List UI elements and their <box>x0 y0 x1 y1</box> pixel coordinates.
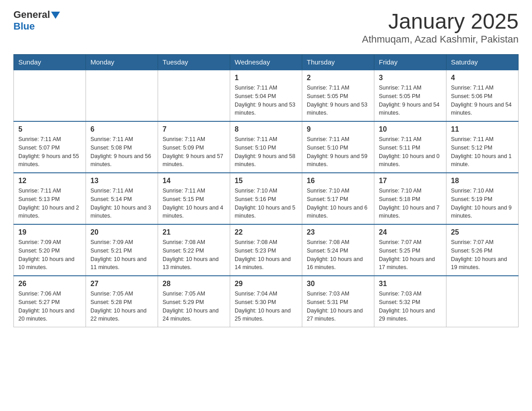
table-row <box>158 70 230 121</box>
day-info: Sunrise: 7:09 AMSunset: 5:21 PMDaylight:… <box>90 238 153 272</box>
col-friday: Friday <box>374 55 446 70</box>
location-title: Athmuqam, Azad Kashmir, Pakistan <box>362 34 519 45</box>
table-row: 13Sunrise: 7:11 AMSunset: 5:14 PMDayligh… <box>86 173 158 224</box>
day-number: 16 <box>307 177 369 185</box>
table-row: 27Sunrise: 7:05 AMSunset: 5:28 PMDayligh… <box>86 276 158 327</box>
day-info: Sunrise: 7:10 AMSunset: 5:18 PMDaylight:… <box>379 187 442 220</box>
table-row: 17Sunrise: 7:10 AMSunset: 5:18 PMDayligh… <box>374 173 446 224</box>
table-row: 9Sunrise: 7:11 AMSunset: 5:10 PMDaylight… <box>302 121 374 173</box>
logo-blue-text: Blue <box>13 21 35 32</box>
table-row: 28Sunrise: 7:05 AMSunset: 5:29 PMDayligh… <box>158 276 230 327</box>
table-row: 7Sunrise: 7:11 AMSunset: 5:09 PMDaylight… <box>158 121 230 173</box>
table-row: 2Sunrise: 7:11 AMSunset: 5:05 PMDaylight… <box>302 70 374 121</box>
day-number: 21 <box>163 228 225 236</box>
day-info: Sunrise: 7:07 AMSunset: 5:25 PMDaylight:… <box>379 238 442 272</box>
table-row: 14Sunrise: 7:11 AMSunset: 5:15 PMDayligh… <box>158 173 230 224</box>
table-row: 18Sunrise: 7:10 AMSunset: 5:19 PMDayligh… <box>446 173 519 224</box>
col-monday: Monday <box>86 55 158 70</box>
day-info: Sunrise: 7:06 AMSunset: 5:27 PMDaylight:… <box>18 290 81 323</box>
day-info: Sunrise: 7:11 AMSunset: 5:09 PMDaylight:… <box>163 135 225 169</box>
day-number: 6 <box>90 125 153 133</box>
table-row: 5Sunrise: 7:11 AMSunset: 5:07 PMDaylight… <box>14 121 86 173</box>
day-number: 24 <box>379 228 442 236</box>
day-info: Sunrise: 7:08 AMSunset: 5:22 PMDaylight:… <box>163 238 225 272</box>
day-number: 9 <box>307 125 369 133</box>
day-info: Sunrise: 7:09 AMSunset: 5:20 PMDaylight:… <box>18 238 81 272</box>
day-info: Sunrise: 7:11 AMSunset: 5:15 PMDaylight:… <box>163 187 225 220</box>
calendar-week-row: 12Sunrise: 7:11 AMSunset: 5:13 PMDayligh… <box>14 173 519 224</box>
day-number: 13 <box>90 177 153 185</box>
calendar-header-row: Sunday Monday Tuesday Wednesday Thursday… <box>14 55 519 70</box>
page-header: General Blue January 2025 Athmuqam, Azad… <box>13 9 519 45</box>
table-row <box>14 70 86 121</box>
col-sunday: Sunday <box>14 55 86 70</box>
day-info: Sunrise: 7:11 AMSunset: 5:12 PMDaylight:… <box>451 135 514 169</box>
table-row: 24Sunrise: 7:07 AMSunset: 5:25 PMDayligh… <box>374 224 446 276</box>
day-number: 14 <box>163 177 225 185</box>
day-info: Sunrise: 7:11 AMSunset: 5:07 PMDaylight:… <box>18 135 81 169</box>
day-info: Sunrise: 7:08 AMSunset: 5:24 PMDaylight:… <box>307 238 369 272</box>
table-row: 4Sunrise: 7:11 AMSunset: 5:06 PMDaylight… <box>446 70 519 121</box>
table-row: 1Sunrise: 7:11 AMSunset: 5:04 PMDaylight… <box>230 70 302 121</box>
day-number: 23 <box>307 228 369 236</box>
table-row: 20Sunrise: 7:09 AMSunset: 5:21 PMDayligh… <box>86 224 158 276</box>
day-number: 3 <box>379 74 442 82</box>
col-tuesday: Tuesday <box>158 55 230 70</box>
day-info: Sunrise: 7:11 AMSunset: 5:05 PMDaylight:… <box>307 84 369 117</box>
day-info: Sunrise: 7:05 AMSunset: 5:29 PMDaylight:… <box>163 290 225 323</box>
month-title: January 2025 <box>362 9 519 34</box>
table-row: 3Sunrise: 7:11 AMSunset: 5:05 PMDaylight… <box>374 70 446 121</box>
day-info: Sunrise: 7:10 AMSunset: 5:16 PMDaylight:… <box>235 187 297 220</box>
calendar-week-row: 5Sunrise: 7:11 AMSunset: 5:07 PMDaylight… <box>14 121 519 173</box>
day-info: Sunrise: 7:03 AMSunset: 5:31 PMDaylight:… <box>307 290 369 323</box>
table-row: 6Sunrise: 7:11 AMSunset: 5:08 PMDaylight… <box>86 121 158 173</box>
table-row: 26Sunrise: 7:06 AMSunset: 5:27 PMDayligh… <box>14 276 86 327</box>
table-row: 21Sunrise: 7:08 AMSunset: 5:22 PMDayligh… <box>158 224 230 276</box>
day-number: 30 <box>307 280 369 288</box>
day-number: 10 <box>379 125 442 133</box>
day-number: 22 <box>235 228 297 236</box>
day-number: 12 <box>18 177 81 185</box>
day-number: 19 <box>18 228 81 236</box>
table-row: 15Sunrise: 7:10 AMSunset: 5:16 PMDayligh… <box>230 173 302 224</box>
day-number: 4 <box>451 74 514 82</box>
table-row: 31Sunrise: 7:03 AMSunset: 5:32 PMDayligh… <box>374 276 446 327</box>
table-row: 30Sunrise: 7:03 AMSunset: 5:31 PMDayligh… <box>302 276 374 327</box>
calendar-week-row: 1Sunrise: 7:11 AMSunset: 5:04 PMDaylight… <box>14 70 519 121</box>
day-info: Sunrise: 7:11 AMSunset: 5:06 PMDaylight:… <box>451 84 514 117</box>
table-row: 10Sunrise: 7:11 AMSunset: 5:11 PMDayligh… <box>374 121 446 173</box>
day-info: Sunrise: 7:11 AMSunset: 5:08 PMDaylight:… <box>90 135 153 169</box>
table-row: 22Sunrise: 7:08 AMSunset: 5:23 PMDayligh… <box>230 224 302 276</box>
day-info: Sunrise: 7:10 AMSunset: 5:19 PMDaylight:… <box>451 187 514 220</box>
table-row: 8Sunrise: 7:11 AMSunset: 5:10 PMDaylight… <box>230 121 302 173</box>
day-number: 5 <box>18 125 81 133</box>
table-row: 25Sunrise: 7:07 AMSunset: 5:26 PMDayligh… <box>446 224 519 276</box>
day-info: Sunrise: 7:11 AMSunset: 5:10 PMDaylight:… <box>307 135 369 169</box>
day-number: 1 <box>235 74 297 82</box>
table-row: 12Sunrise: 7:11 AMSunset: 5:13 PMDayligh… <box>14 173 86 224</box>
day-info: Sunrise: 7:11 AMSunset: 5:10 PMDaylight:… <box>235 135 297 169</box>
table-row <box>446 276 519 327</box>
table-row: 19Sunrise: 7:09 AMSunset: 5:20 PMDayligh… <box>14 224 86 276</box>
day-number: 7 <box>163 125 225 133</box>
calendar-week-row: 19Sunrise: 7:09 AMSunset: 5:20 PMDayligh… <box>14 224 519 276</box>
day-info: Sunrise: 7:10 AMSunset: 5:17 PMDaylight:… <box>307 187 369 220</box>
day-number: 18 <box>451 177 514 185</box>
calendar-week-row: 26Sunrise: 7:06 AMSunset: 5:27 PMDayligh… <box>14 276 519 327</box>
day-number: 17 <box>379 177 442 185</box>
col-thursday: Thursday <box>302 55 374 70</box>
day-info: Sunrise: 7:11 AMSunset: 5:14 PMDaylight:… <box>90 187 153 220</box>
logo-triangle-icon <box>51 12 60 19</box>
col-saturday: Saturday <box>446 55 519 70</box>
table-row: 11Sunrise: 7:11 AMSunset: 5:12 PMDayligh… <box>446 121 519 173</box>
day-number: 29 <box>235 280 297 288</box>
calendar-table: Sunday Monday Tuesday Wednesday Thursday… <box>13 54 519 327</box>
day-info: Sunrise: 7:07 AMSunset: 5:26 PMDaylight:… <box>451 238 514 272</box>
day-info: Sunrise: 7:04 AMSunset: 5:30 PMDaylight:… <box>235 290 297 323</box>
day-number: 11 <box>451 125 514 133</box>
day-info: Sunrise: 7:11 AMSunset: 5:05 PMDaylight:… <box>379 84 442 117</box>
day-number: 8 <box>235 125 297 133</box>
day-info: Sunrise: 7:03 AMSunset: 5:32 PMDaylight:… <box>379 290 442 323</box>
day-info: Sunrise: 7:05 AMSunset: 5:28 PMDaylight:… <box>90 290 153 323</box>
day-number: 28 <box>163 280 225 288</box>
